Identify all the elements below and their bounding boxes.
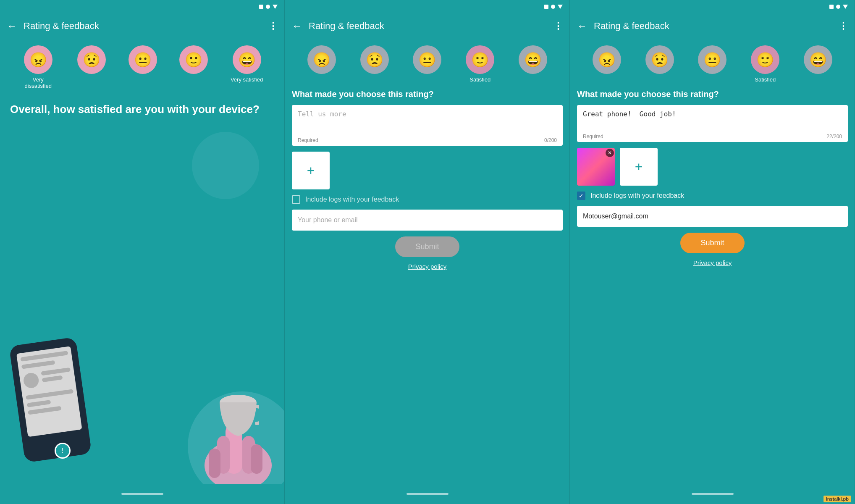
back-button-2[interactable]: ← <box>292 20 302 32</box>
email-input-3[interactable] <box>583 213 842 220</box>
add-photo-button-3[interactable]: + <box>620 148 658 186</box>
emoji-item-2-4[interactable]: 🙂 Satisfied <box>466 45 494 83</box>
status-bar-1 <box>0 0 284 13</box>
status-icon-circle <box>266 5 270 9</box>
submit-button-3[interactable]: Submit <box>680 233 744 253</box>
emoji-circle-2[interactable]: 😟 <box>77 45 106 74</box>
phone-lines <box>41 368 72 386</box>
emoji-circle-3-3[interactable]: 😐 <box>698 45 726 74</box>
emoji-item-very-satisfied[interactable]: 😄 Very satisfied <box>231 45 263 83</box>
emoji-circle-5[interactable]: 😄 <box>233 45 261 74</box>
char-count-2: 0/200 <box>544 137 557 143</box>
emoji-circle-1[interactable]: 😠 <box>24 45 52 74</box>
bg-circle-2 <box>192 132 259 199</box>
watermark: instalki.pb <box>824 496 851 502</box>
emoji-face-4: 🙂 <box>185 52 202 67</box>
required-label-3: Required <box>583 134 603 139</box>
privacy-link-3[interactable]: Privacy policy <box>577 259 848 266</box>
email-wrapper-2 <box>292 210 563 231</box>
nav-bar-1 <box>0 484 284 504</box>
emoji-circle-2-4[interactable]: 🙂 <box>466 45 494 74</box>
email-input-2[interactable] <box>298 216 557 224</box>
phone-line-5 <box>26 389 73 400</box>
emoji-circle-2-5[interactable]: 😄 <box>519 45 547 74</box>
emoji-circle-3[interactable]: 😐 <box>129 45 157 74</box>
emoji-item-3-4[interactable]: 🙂 Satisfied <box>751 45 779 83</box>
emoji-item-3-2[interactable]: 😟 <box>645 45 674 74</box>
emoji-circle-3-2[interactable]: 😟 <box>645 45 674 74</box>
emoji-face-2-5: 😄 <box>524 52 542 67</box>
logs-checkbox-3[interactable]: ✓ <box>577 192 585 200</box>
back-button-3[interactable]: ← <box>577 20 587 32</box>
coffee-cup <box>217 394 259 442</box>
emoji-circle-3-5[interactable]: 😄 <box>804 45 832 74</box>
emoji-face-3-4: 🙂 <box>756 52 774 67</box>
emoji-circle-3-4[interactable]: 🙂 <box>751 45 779 74</box>
email-wrapper-3 <box>577 206 848 227</box>
emoji-circle-2-3[interactable]: 😐 <box>413 45 441 74</box>
emoji-item-2-3[interactable]: 😐 <box>413 45 441 74</box>
emoji-face-2: 😟 <box>83 52 100 67</box>
photo-thumbnail-3: ✕ <box>577 148 615 186</box>
emoji-item-dissatisfied[interactable]: 😟 <box>77 45 106 74</box>
back-button-1[interactable]: ← <box>7 20 17 32</box>
feedback-textarea-2[interactable] <box>298 110 557 134</box>
emoji-label-5: Very satisfied <box>231 76 263 83</box>
more-button-3[interactable]: ⋮ <box>839 21 848 32</box>
emoji-circle-4[interactable]: 🙂 <box>179 45 208 74</box>
emoji-item-3-5[interactable]: 😄 <box>804 45 832 74</box>
app-title-2: Rating & feedback <box>309 21 547 32</box>
section-title-2: What made you choose this rating? <box>292 86 563 99</box>
status-icon-sq-3 <box>829 5 834 9</box>
status-icon-triangle <box>273 5 278 9</box>
section-title-3: What made you choose this rating? <box>577 86 848 99</box>
emoji-item-neutral[interactable]: 😐 <box>129 45 157 74</box>
privacy-link-2[interactable]: Privacy policy <box>292 263 563 270</box>
more-button-1[interactable]: ⋮ <box>268 21 278 32</box>
app-title-3: Rating & feedback <box>594 21 832 32</box>
app-title-1: Rating & feedback <box>24 21 262 32</box>
emoji-circle-2-2[interactable]: 😟 <box>360 45 389 74</box>
add-photo-row-3: ✕ + <box>577 148 848 186</box>
submit-button-2[interactable]: Submit <box>395 236 459 257</box>
add-photo-button-2[interactable]: + <box>292 152 330 189</box>
emoji-face-2-2: 😟 <box>366 52 383 67</box>
checkbox-row-2[interactable]: Include logs with your feedback <box>292 195 563 204</box>
emoji-item-2-5[interactable]: 😄 <box>519 45 547 74</box>
phone-line-1 <box>20 351 68 362</box>
phone-body <box>9 337 92 463</box>
phone-screen-area <box>16 346 82 437</box>
more-button-2[interactable]: ⋮ <box>553 21 563 32</box>
remove-photo-button-3[interactable]: ✕ <box>606 149 614 157</box>
app-bar-2: ← Rating & feedback ⋮ <box>285 13 569 39</box>
emoji-circle-3-1[interactable]: 😠 <box>593 45 621 74</box>
plus-icon-2: + <box>307 163 315 178</box>
textarea-wrapper-2: Required 0/200 <box>292 105 563 146</box>
emoji-face-3-5: 😄 <box>809 52 827 67</box>
add-photo-row-2: + <box>292 152 563 189</box>
emoji-item-2-2[interactable]: 😟 <box>360 45 389 74</box>
nav-indicator-2 <box>407 493 448 495</box>
phone-line-4 <box>42 375 63 383</box>
emoji-item-3-3[interactable]: 😐 <box>698 45 726 74</box>
emoji-face-2-1: 😠 <box>313 52 330 67</box>
screen-2: ← Rating & feedback ⋮ 😠 😟 😐 🙂 Satisfied <box>285 0 570 504</box>
feedback-textarea-3[interactable]: Great phone! Good job! <box>583 110 842 130</box>
checkbox-row-3[interactable]: ✓ Include logs with your feedback <box>577 192 848 200</box>
emoji-circle-2-1[interactable]: 😠 <box>307 45 336 74</box>
emoji-item-2-1[interactable]: 😠 <box>307 45 336 74</box>
textarea-wrapper-3: Great phone! Good job! Required 22/200 <box>577 105 848 142</box>
emoji-item-satisfied[interactable]: 🙂 <box>179 45 208 74</box>
phone-line-7 <box>28 406 61 415</box>
emoji-item-3-1[interactable]: 😠 <box>593 45 621 74</box>
status-icon-ci-3 <box>836 5 840 9</box>
logs-checkbox-2[interactable] <box>292 195 300 204</box>
emoji-label-2-4: Satisfied <box>469 76 490 83</box>
phone-circle <box>23 372 40 389</box>
emoji-label-1: Very dissatisfied <box>21 76 55 89</box>
emoji-face-5: 😄 <box>238 52 256 67</box>
phone-illustration <box>9 337 92 463</box>
emoji-item-very-dissatisfied[interactable]: 😠 Very dissatisfied <box>21 45 55 89</box>
svg-rect-4 <box>209 449 220 478</box>
textarea-footer-2: Required 0/200 <box>298 137 557 143</box>
